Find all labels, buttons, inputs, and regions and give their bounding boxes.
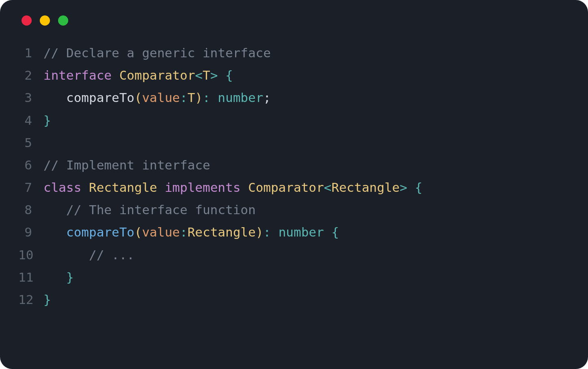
line-number: 12 (18, 289, 43, 311)
code-token: Rectangle (331, 180, 400, 195)
code-line[interactable]: 2interface Comparator<T> { (18, 64, 570, 87)
line-number: 4 (18, 109, 43, 132)
code-token (324, 225, 332, 239)
code-token: Comparator (248, 180, 324, 195)
code-line[interactable]: 1// Declare a generic interface (18, 42, 570, 64)
code-token: compareTo (66, 225, 134, 239)
code-content[interactable]: interface Comparator<T> { (43, 64, 233, 87)
code-content[interactable]: // ... (43, 244, 134, 266)
code-content[interactable]: } (43, 289, 51, 311)
code-token: class (43, 180, 81, 195)
code-token (210, 90, 218, 105)
code-line[interactable]: 10 // ... (18, 244, 570, 266)
line-number: 3 (18, 87, 43, 109)
code-line[interactable]: 5 (18, 132, 570, 154)
code-content[interactable]: compareTo(value:Rectangle): number { (43, 221, 339, 243)
code-token: // Declare a generic interface (43, 46, 271, 60)
code-token: > (210, 68, 218, 82)
code-token: Rectangle (188, 225, 256, 239)
code-token: value (142, 225, 180, 239)
close-icon[interactable] (22, 15, 32, 26)
code-token: // Implement interface (43, 158, 210, 172)
code-content[interactable]: // Declare a generic interface (43, 42, 271, 64)
code-token: // ... (89, 247, 134, 262)
code-token: Comparator (119, 68, 195, 82)
code-token: } (43, 292, 51, 307)
code-token: < (195, 68, 203, 82)
code-token: ( (134, 90, 142, 105)
code-token (407, 180, 415, 195)
code-token: : (203, 90, 210, 105)
code-area[interactable]: 1// Declare a generic interface2interfac… (18, 42, 570, 311)
code-content[interactable]: class Rectangle implements Comparator<Re… (43, 176, 422, 199)
code-line[interactable]: 4} (18, 109, 570, 132)
code-token: number (279, 225, 324, 239)
code-line[interactable]: 8 // The interface function (18, 199, 570, 221)
code-token (157, 180, 165, 195)
code-line[interactable]: 6// Implement interface (18, 154, 570, 176)
code-token: implements (165, 180, 241, 195)
code-token: ) (195, 90, 203, 105)
code-token: Rectangle (89, 180, 157, 195)
code-token: } (43, 113, 51, 128)
code-token: T (188, 90, 195, 105)
code-token (271, 225, 279, 239)
code-token (218, 68, 225, 82)
code-token: value (142, 90, 180, 105)
code-token: ( (134, 225, 142, 239)
line-number: 7 (18, 176, 43, 199)
minimize-icon[interactable] (40, 15, 50, 26)
code-token (112, 68, 119, 82)
code-token: : (180, 90, 188, 105)
line-number: 6 (18, 154, 43, 176)
line-number: 5 (18, 132, 43, 154)
code-token: > (400, 180, 407, 195)
code-token: : (180, 225, 188, 239)
code-content[interactable]: // The interface function (43, 199, 256, 221)
code-token: { (331, 225, 339, 239)
code-line[interactable]: 9 compareTo(value:Rectangle): number { (18, 221, 570, 243)
code-line[interactable]: 12} (18, 289, 570, 311)
code-content[interactable]: // Implement interface (43, 154, 210, 176)
code-content[interactable]: } (43, 266, 74, 289)
code-editor-window: 1// Declare a generic interface2interfac… (0, 0, 588, 369)
line-number: 11 (18, 266, 43, 289)
code-token: } (66, 270, 74, 284)
code-token: ) (256, 225, 264, 239)
code-token: ; (263, 90, 271, 105)
code-token: T (203, 68, 210, 82)
code-token: // The interface function (66, 202, 256, 217)
code-content[interactable]: } (43, 109, 51, 132)
code-token: { (225, 68, 233, 82)
code-token: interface (43, 68, 112, 82)
code-token (240, 180, 248, 195)
code-line[interactable]: 11 } (18, 266, 570, 289)
line-number: 9 (18, 221, 43, 243)
code-line[interactable]: 3 compareTo(value:T): number; (18, 87, 570, 109)
maximize-icon[interactable] (58, 15, 68, 26)
code-token (81, 180, 89, 195)
line-number: 8 (18, 199, 43, 221)
code-token: number (218, 90, 263, 105)
code-token: < (324, 180, 332, 195)
code-token: compareTo (66, 90, 134, 105)
code-line[interactable]: 7class Rectangle implements Comparator<R… (18, 176, 570, 199)
line-number: 2 (18, 64, 43, 87)
code-token: { (415, 180, 423, 195)
window-controls (18, 15, 570, 26)
code-content[interactable]: compareTo(value:T): number; (43, 87, 271, 109)
code-token: : (263, 225, 271, 239)
line-number: 1 (18, 42, 43, 64)
line-number: 10 (18, 244, 43, 266)
